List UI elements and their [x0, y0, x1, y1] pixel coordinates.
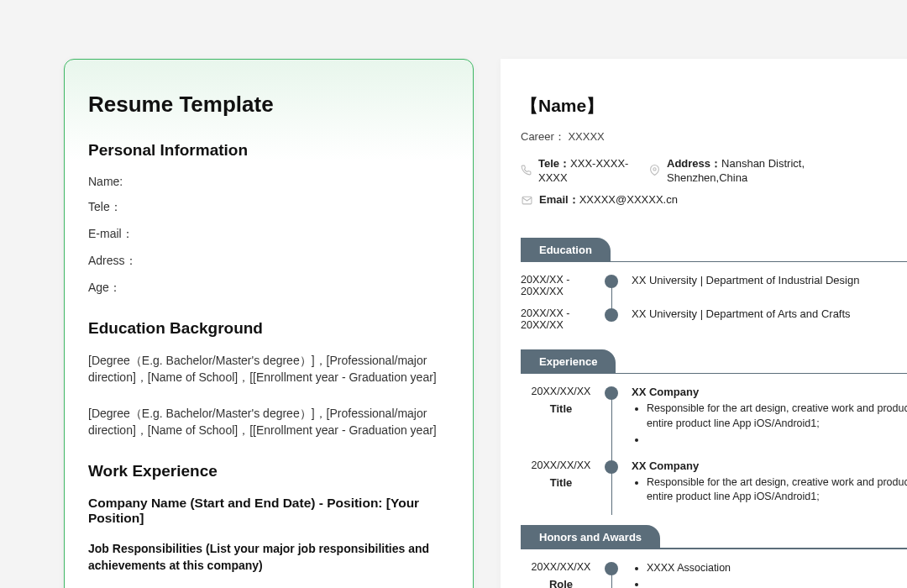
resume-career: Career： XXXXX [521, 129, 853, 144]
section-heading-work: Work Experience [88, 462, 449, 480]
edu-main-2: XX University | Department of Arts and C… [632, 307, 851, 320]
contact-tele: Tele：XXX-XXXX-XXXX [521, 156, 649, 184]
career-value: XXXXX [568, 130, 604, 143]
timeline-dot-icon [605, 460, 618, 474]
education-entry-2: [Degree（E.g. Bachelor/Master's degree）]，… [88, 406, 449, 438]
tab-line [614, 373, 907, 375]
field-email: E-mail： [88, 227, 449, 242]
edu-main-1: XX University | Department of Industrial… [632, 274, 859, 286]
section-personal: Personal Information Name: Tele： E-mail：… [88, 141, 449, 296]
career-label: Career： [521, 130, 565, 143]
timeline-dot-icon [605, 386, 618, 400]
exp-company-1: XX Company [632, 386, 907, 398]
phone-icon [521, 165, 532, 176]
tab-line [609, 261, 907, 263]
exp-date-1: 20XX/XX/XX [521, 386, 601, 397]
honor-row-1: 20XX/XX/XX Role XXXX Association [521, 561, 907, 589]
exp-date-2: 20XX/XX/XX [521, 459, 601, 471]
address-label: Address： [667, 157, 721, 170]
section-education: Education Background [Degree（E.g. Bachel… [88, 319, 449, 438]
honor-bullet-1: XXXX Association [647, 561, 907, 576]
work-company-line: Company Name (Start and End Date) - Posi… [88, 496, 449, 526]
edu-row-2: 20XX/XX - 20XX/XX XX University | Depart… [521, 307, 907, 331]
section-heading-education: Education Background [88, 319, 449, 338]
r-section-education: Education 20XX/XX - 20XX/XX XX Universit… [521, 238, 907, 331]
tele-label: Tele： [538, 157, 570, 170]
section-heading-personal: Personal Information [88, 141, 449, 160]
honor-role-1: Role [521, 578, 601, 589]
email-label: Email： [539, 193, 579, 206]
svg-point-0 [653, 168, 656, 171]
template-title: Resume Template [88, 92, 449, 118]
field-tele: Tele： [88, 200, 449, 215]
exp-row-2: 20XX/XX/XX Title XX Company Responsible … [521, 459, 907, 507]
work-resp-heading: Job Responsibilities (List your major jo… [88, 541, 449, 574]
resume-name: 【Name】 [521, 94, 853, 118]
email-value: XXXXX@XXXXX.cn [579, 193, 678, 206]
exp-title-1: Title [521, 402, 601, 415]
education-entry-1: [Degree（E.g. Bachelor/Master's degree）]，… [88, 353, 449, 386]
honor-date-1: 20XX/XX/XX [521, 561, 601, 573]
tab-honors: Honors and Awards [521, 525, 660, 549]
exp-bullet-empty [647, 433, 907, 448]
tab-experience: Experience [521, 349, 616, 374]
timeline-dot-icon [605, 562, 618, 575]
timeline-dot-icon [605, 275, 618, 288]
timeline-dot-icon [605, 308, 618, 322]
exp-bullet-1: Responsible for the art design, creative… [647, 402, 907, 431]
honor-bullet-empty [647, 577, 907, 588]
field-name: Name: [88, 175, 449, 188]
r-section-honors: Honors and Awards 20XX/XX/XX Role XXXX A… [521, 525, 907, 589]
exp-title-2: Title [521, 476, 601, 489]
section-work: Work Experience Company Name (Start and … [88, 462, 449, 588]
field-address: Adress： [88, 254, 449, 269]
timeline-line [611, 392, 612, 466]
template-card-simple[interactable]: Resume Template Personal Information Nam… [64, 59, 474, 588]
exp-bullet-2: Responsible for the art design, creative… [647, 475, 907, 505]
resume-header: 【Name】 Career： XXXXX Tele：XXX-XXXX-XXXX … [521, 94, 907, 207]
tab-education: Education [521, 238, 611, 262]
field-age: Age： [88, 281, 449, 296]
email-icon [521, 194, 532, 206]
contact-email: Email：XXXXX@XXXXX.cn [521, 192, 678, 207]
tab-line [658, 548, 907, 549]
edu-date-2: 20XX/XX - 20XX/XX [521, 307, 601, 331]
r-section-experience: Experience 20XX/XX/XX Title XX Company R… [521, 349, 907, 507]
contact-address: Address：Nanshan District, Shenzhen,China [649, 156, 853, 184]
location-icon [649, 165, 660, 176]
edu-row-1: 20XX/XX - 20XX/XX XX University | Depart… [521, 274, 907, 297]
template-card-timeline[interactable]: 【Name】 Career： XXXXX Tele：XXX-XXXX-XXXX … [501, 59, 907, 588]
exp-company-2: XX Company [632, 459, 907, 472]
exp-row-1: 20XX/XX/XX Title XX Company Responsible … [521, 386, 907, 449]
edu-date-1: 20XX/XX - 20XX/XX [521, 274, 601, 297]
